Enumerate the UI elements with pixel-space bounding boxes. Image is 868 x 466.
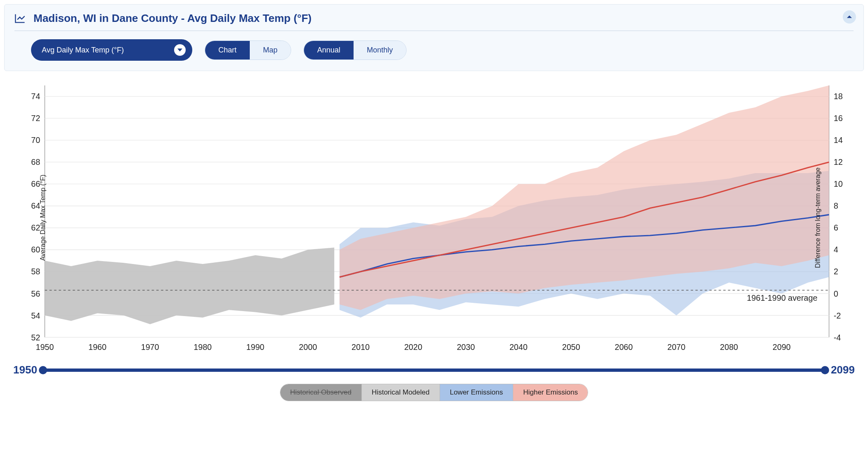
- svg-text:64: 64: [31, 201, 40, 210]
- legend-item-modeled[interactable]: Historical Modeled: [361, 384, 440, 401]
- svg-text:14: 14: [834, 136, 843, 145]
- svg-text:1961-1990 average: 1961-1990 average: [747, 293, 818, 302]
- slider-track[interactable]: [43, 369, 825, 372]
- svg-text:2080: 2080: [720, 342, 738, 352]
- svg-text:1970: 1970: [141, 342, 159, 352]
- svg-text:2: 2: [834, 267, 838, 276]
- svg-text:74: 74: [31, 92, 40, 101]
- time-slider: 1950 2099: [13, 364, 855, 376]
- svg-text:52: 52: [31, 333, 40, 342]
- legend-row: Historical Observed Historical Modeled L…: [4, 384, 864, 401]
- svg-text:1990: 1990: [246, 342, 265, 352]
- y-left-axis-label: Average Daily Max Temp (°F): [39, 175, 47, 261]
- svg-text:-2: -2: [834, 311, 841, 320]
- slider-handle-left[interactable]: [39, 366, 47, 374]
- dropdown-selected-label: Avg Daily Max Temp (°F): [42, 46, 124, 55]
- chart-line-icon: [14, 13, 26, 24]
- svg-text:2030: 2030: [457, 342, 475, 352]
- svg-text:2060: 2060: [615, 342, 633, 352]
- svg-text:66: 66: [31, 179, 40, 188]
- period-toggle-monthly[interactable]: Monthly: [354, 41, 406, 59]
- svg-text:2020: 2020: [404, 342, 422, 352]
- svg-text:2040: 2040: [509, 342, 528, 352]
- svg-text:2070: 2070: [667, 342, 686, 352]
- svg-text:-4: -4: [834, 333, 841, 342]
- svg-text:8: 8: [834, 201, 838, 210]
- collapse-button[interactable]: [843, 10, 856, 24]
- view-toggle: Chart Map: [205, 40, 291, 60]
- legend: Historical Observed Historical Modeled L…: [280, 384, 588, 401]
- svg-text:2000: 2000: [299, 342, 317, 352]
- period-toggle-annual[interactable]: Annual: [304, 41, 354, 59]
- title-row: Madison, WI in Dane County - Avg Daily M…: [14, 12, 854, 31]
- svg-text:72: 72: [31, 114, 40, 123]
- svg-text:16: 16: [834, 114, 843, 123]
- y-right-axis-label: Difference from long-term average: [814, 167, 821, 268]
- svg-text:6: 6: [834, 223, 838, 232]
- svg-text:10: 10: [834, 179, 843, 188]
- slider-handle-right[interactable]: [821, 366, 829, 374]
- svg-text:62: 62: [31, 223, 40, 232]
- page-title: Madison, WI in Dane County - Avg Daily M…: [33, 12, 311, 25]
- legend-item-observed[interactable]: Historical Observed: [280, 384, 361, 401]
- svg-text:2050: 2050: [562, 342, 580, 352]
- svg-text:58: 58: [31, 267, 40, 276]
- svg-text:1960: 1960: [88, 342, 107, 352]
- svg-text:60: 60: [31, 245, 40, 254]
- variable-dropdown[interactable]: Avg Daily Max Temp (°F): [31, 39, 192, 61]
- slider-min-label: 1950: [13, 364, 37, 376]
- svg-text:70: 70: [31, 136, 40, 145]
- dropdown-caret-icon: [174, 44, 186, 56]
- legend-item-higher[interactable]: Higher Emissions: [513, 384, 588, 401]
- svg-text:2090: 2090: [772, 342, 791, 352]
- svg-text:1980: 1980: [194, 342, 212, 352]
- slider-max-label: 2099: [831, 364, 855, 376]
- view-toggle-chart[interactable]: Chart: [205, 41, 250, 59]
- period-toggle: Annual Monthly: [304, 40, 407, 60]
- controls-row: Avg Daily Max Temp (°F) Chart Map Annual…: [14, 39, 854, 61]
- svg-text:1950: 1950: [36, 342, 54, 352]
- svg-text:4: 4: [834, 245, 838, 254]
- svg-text:54: 54: [31, 311, 40, 320]
- svg-text:18: 18: [834, 92, 843, 101]
- svg-text:12: 12: [834, 157, 843, 166]
- header-panel: Madison, WI in Dane County - Avg Daily M…: [4, 4, 864, 71]
- svg-text:2010: 2010: [352, 342, 370, 352]
- chart-container: Average Daily Max Temp (°F) Difference f…: [4, 78, 864, 357]
- legend-item-lower[interactable]: Lower Emissions: [440, 384, 513, 401]
- chevron-up-icon: [847, 14, 852, 19]
- main-chart[interactable]: 525456586062646668707274-4-2024681012141…: [4, 78, 864, 357]
- svg-text:0: 0: [834, 289, 838, 298]
- svg-text:56: 56: [31, 289, 40, 298]
- view-toggle-map[interactable]: Map: [250, 41, 291, 59]
- svg-text:68: 68: [31, 157, 40, 166]
